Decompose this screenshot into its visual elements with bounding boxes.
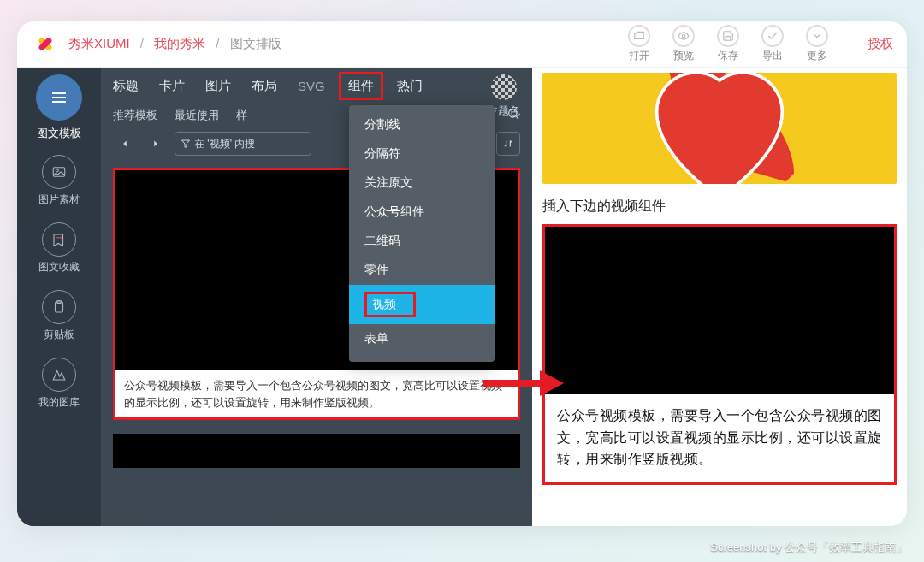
more-button[interactable]: 更多 xyxy=(806,25,828,63)
mid-column: 标题 卡片 图片 布局 SVG 组件 热门 主题色 推荐模板 最近使用 xyxy=(101,68,532,526)
category-tabs: 标题 卡片 图片 布局 SVG 组件 热门 xyxy=(101,68,532,104)
dd-follow-original[interactable]: 关注原文 xyxy=(349,169,495,198)
breadcrumb-sep: / xyxy=(140,36,144,50)
top-actions: 打开 预览 保存 导出 更多 授权 xyxy=(628,25,893,63)
component-dropdown: 分割线 分隔符 关注原文 公众号组件 二维码 零件 视频 表单 xyxy=(349,105,495,362)
save-button[interactable]: 保存 xyxy=(717,25,739,63)
heart-image xyxy=(542,73,897,184)
breadcrumb: 秀米XIUMI / 我的秀米 / 图文排版 xyxy=(68,36,281,52)
sidebar-item-image-assets[interactable]: 图片素材 xyxy=(38,155,80,207)
video-placeholder xyxy=(545,227,894,394)
export-icon xyxy=(761,25,784,47)
open-label: 打开 xyxy=(629,49,649,63)
tab-layout[interactable]: 布局 xyxy=(252,78,277,94)
sidebar-item-label: 图文收藏 xyxy=(38,260,80,275)
left-panel: 图文模板 图片素材 图文收藏 剪贴板 我的图库 xyxy=(17,68,532,526)
subtab-recommended[interactable]: 推荐模板 xyxy=(113,108,157,123)
insert-label: 插入下边的视频组件 xyxy=(542,198,897,216)
tab-title[interactable]: 标题 xyxy=(113,78,139,94)
sidebar-item-label: 我的图库 xyxy=(38,395,80,410)
forward-button[interactable] xyxy=(144,132,168,156)
clipboard-icon xyxy=(42,290,76,324)
my-library-icon xyxy=(42,358,76,392)
subtab-recent[interactable]: 最近使用 xyxy=(175,108,219,123)
dd-form[interactable]: 表单 xyxy=(349,324,495,353)
arrow-icon xyxy=(483,370,569,396)
sidebar-item-label: 剪贴板 xyxy=(44,328,74,342)
watermark: Screenshot by 公众号「效率工具指南」 xyxy=(710,540,907,555)
dd-parts[interactable]: 零件 xyxy=(349,256,495,285)
back-button[interactable] xyxy=(113,132,137,156)
side-rail: 图文模板 图片素材 图文收藏 剪贴板 我的图库 xyxy=(17,68,101,526)
sidebar-item-clipboard[interactable]: 剪贴板 xyxy=(42,290,76,342)
open-button[interactable]: 打开 xyxy=(628,25,650,63)
dd-separator[interactable]: 分隔符 xyxy=(349,139,495,169)
main: 图文模板 图片素材 图文收藏 剪贴板 我的图库 xyxy=(17,68,907,526)
preview-panel: 插入下边的视频组件 公众号视频模板，需要导入一个包含公众号视频的图文，宽高比可以… xyxy=(532,68,907,526)
logo[interactable] xyxy=(31,30,60,59)
tab-image[interactable]: 图片 xyxy=(205,78,231,94)
topbar: 秀米XIUMI / 我的秀米 / 图文排版 打开 预览 保存 导出 xyxy=(17,21,907,68)
video-placeholder xyxy=(113,434,520,468)
tab-card[interactable]: 卡片 xyxy=(159,78,185,94)
dd-qrcode[interactable]: 二维码 xyxy=(349,227,495,256)
breadcrumb-mine[interactable]: 我的秀米 xyxy=(154,36,205,50)
save-label: 保存 xyxy=(718,49,738,63)
swatch-icon xyxy=(491,74,517,100)
templates-button[interactable] xyxy=(36,74,82,121)
breadcrumb-current: 图文排版 xyxy=(230,36,281,50)
more-icon xyxy=(806,25,828,47)
preview-button[interactable]: 预览 xyxy=(672,25,695,63)
dd-divider-line[interactable]: 分割线 xyxy=(349,110,495,139)
breadcrumb-root[interactable]: 秀米XIUMI xyxy=(68,36,130,50)
preview-icon xyxy=(672,25,695,47)
tab-hot[interactable]: 热门 xyxy=(397,78,423,94)
heart-icon xyxy=(608,73,831,184)
tab-component-highlight: 组件 xyxy=(339,72,383,100)
sidebar-item-label: 图片素材 xyxy=(38,192,80,207)
dd-video[interactable]: 视频 xyxy=(349,285,495,324)
save-icon xyxy=(717,25,739,47)
export-label: 导出 xyxy=(762,49,783,63)
sort-button[interactable] xyxy=(496,132,520,156)
svg-rect-1 xyxy=(53,168,65,177)
tab-component[interactable]: 组件 xyxy=(348,78,374,94)
sidebar-item-favorites[interactable]: 图文收藏 xyxy=(38,222,80,275)
svg-point-2 xyxy=(56,169,58,172)
image-assets-icon xyxy=(42,155,76,189)
sidebar-item-my-library[interactable]: 我的图库 xyxy=(38,358,80,410)
dd-wechat-component[interactable]: 公众号组件 xyxy=(349,198,495,227)
dd-video-highlight: 视频 xyxy=(364,292,416,317)
inserted-video-desc: 公众号视频模板，需要导入一个包含公众号视频的图文，宽高比可以设置视频的显示比例，… xyxy=(545,394,894,482)
inserted-video-component[interactable]: 公众号视频模板，需要导入一个包含公众号视频的图文，宽高比可以设置视频的显示比例，… xyxy=(542,224,897,485)
template-card[interactable] xyxy=(113,434,520,468)
auth-link[interactable]: 授权 xyxy=(868,36,893,52)
preview-label: 预览 xyxy=(673,49,694,63)
svg-marker-7 xyxy=(182,140,190,147)
tab-svg[interactable]: SVG xyxy=(298,79,325,93)
more-label: 更多 xyxy=(807,49,827,63)
app-window: 秀米XIUMI / 我的秀米 / 图文排版 打开 预览 保存 导出 xyxy=(17,21,907,526)
breadcrumb-sep: / xyxy=(216,36,219,50)
subtab-sample[interactable]: 样 xyxy=(236,108,247,123)
filter-icon xyxy=(181,139,191,149)
svg-point-0 xyxy=(682,34,685,38)
search-placeholder: 在 '视频' 内搜 xyxy=(194,137,255,151)
template-card-desc: 公众号视频模板，需要导入一个包含公众号视频的图文，宽高比可以设置视频的显示比例，… xyxy=(116,370,518,417)
export-button[interactable]: 导出 xyxy=(761,25,784,63)
templates-label: 图文模板 xyxy=(37,126,81,141)
search-input[interactable]: 在 '视频' 内搜 xyxy=(175,132,311,156)
favorites-icon xyxy=(42,222,76,257)
open-icon xyxy=(628,25,650,47)
